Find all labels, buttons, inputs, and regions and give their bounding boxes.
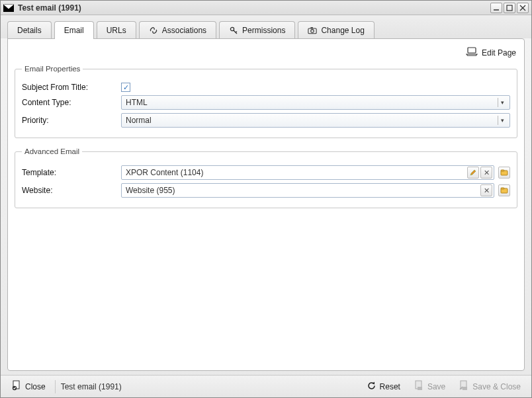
refresh-icon <box>367 381 377 393</box>
svg-point-9 <box>311 30 314 33</box>
chevron-down-icon: ▾ <box>498 98 507 107</box>
edit-page-label: Edit Page <box>482 48 516 58</box>
input-website[interactable]: Website (955) ✕ <box>121 183 494 198</box>
input-value: XPOR Content (1104) <box>126 168 466 177</box>
maximize-button[interactable] <box>504 3 515 13</box>
titlebar: Test email (1991) <box>1 1 531 15</box>
legend-email-properties: Email Properties <box>22 65 83 73</box>
row-subject-from-title: Subject From Title: <box>22 83 510 92</box>
select-value: Normal <box>126 116 152 125</box>
separator <box>55 380 56 393</box>
row-priority: Priority: Normal ▾ <box>22 113 510 128</box>
chain-icon <box>149 26 158 35</box>
svg-line-7 <box>236 32 237 33</box>
row-template: Template: XPOR Content (1104) ✕ <box>22 165 510 180</box>
edit-page-link[interactable]: Edit Page <box>466 47 516 58</box>
tab-details[interactable]: Details <box>7 21 52 39</box>
select-value: HTML <box>126 98 148 107</box>
label-website: Website: <box>22 186 121 195</box>
checkbox-subject-from-title[interactable] <box>121 83 130 92</box>
svg-rect-20 <box>418 387 422 390</box>
clear-icon[interactable]: ✕ <box>480 184 492 196</box>
close-window-button[interactable] <box>517 3 529 13</box>
tab-label: Email <box>64 26 84 35</box>
svg-rect-10 <box>311 27 314 28</box>
select-priority[interactable]: Normal ▾ <box>121 113 510 128</box>
tab-urls[interactable]: URLs <box>97 21 136 39</box>
reset-button[interactable]: Reset <box>363 379 404 395</box>
tab-email[interactable]: Email <box>54 21 94 39</box>
tab-associations[interactable]: Associations <box>139 21 216 39</box>
laptop-icon <box>466 47 478 58</box>
envelope-icon <box>3 4 14 12</box>
tab-label: Details <box>17 26 42 35</box>
svg-rect-22 <box>463 387 467 390</box>
footer-bar: Close Test email (1991) Reset Save Save … <box>1 375 531 397</box>
input-value: Website (955) <box>126 186 479 195</box>
legend-advanced-email: Advanced Email <box>22 147 82 155</box>
select-content-type[interactable]: HTML ▾ <box>121 95 510 110</box>
fieldset-advanced-email: Advanced Email Template: XPOR Content (1… <box>15 147 517 208</box>
tab-label: Permissions <box>242 26 285 35</box>
clear-icon[interactable]: ✕ <box>480 167 492 179</box>
save-page-icon <box>414 380 424 393</box>
close-page-icon <box>11 380 22 393</box>
row-content-type: Content Type: HTML ▾ <box>22 95 510 110</box>
tab-permissions[interactable]: Permissions <box>219 21 295 39</box>
svg-rect-2 <box>507 5 512 11</box>
svg-rect-13 <box>501 170 504 171</box>
tab-panel-email: Edit Page Email Properties Subject From … <box>7 38 525 371</box>
fieldset-email-properties: Email Properties Subject From Title: Con… <box>15 65 517 138</box>
reset-label: Reset <box>380 382 400 391</box>
save-label: Save <box>427 382 445 391</box>
key-icon <box>229 26 238 35</box>
window-title: Test email (1991) <box>18 3 490 13</box>
tab-label: Associations <box>162 26 206 35</box>
row-website: Website: Website (955) ✕ <box>22 183 510 198</box>
svg-rect-15 <box>501 188 504 189</box>
window-root: Test email (1991) Details Email URLs <box>0 0 532 398</box>
tab-label: URLs <box>107 26 126 35</box>
label-priority: Priority: <box>22 116 121 125</box>
save-button: Save <box>410 378 449 395</box>
tab-bar: Details Email URLs Associations Permissi… <box>1 15 531 38</box>
tab-change-log[interactable]: Change Log <box>298 21 374 39</box>
minimize-button[interactable] <box>490 3 502 13</box>
window-controls <box>490 3 529 13</box>
save-and-close-button: Save & Close <box>455 378 525 395</box>
close-label: Close <box>25 382 46 391</box>
save-close-label: Save & Close <box>472 382 521 391</box>
camera-icon <box>308 26 317 35</box>
label-template: Template: <box>22 168 121 177</box>
browse-icon[interactable] <box>498 184 510 196</box>
label-subject-from-title: Subject From Title: <box>22 83 121 92</box>
save-close-page-icon <box>459 380 469 393</box>
tab-label: Change Log <box>321 26 364 35</box>
input-template[interactable]: XPOR Content (1104) ✕ <box>121 165 494 180</box>
edit-pencil-icon[interactable] <box>467 167 479 179</box>
close-button[interactable]: Close <box>7 378 50 395</box>
breadcrumb: Test email (1991) <box>61 382 122 391</box>
edit-page-row: Edit Page <box>15 44 517 65</box>
svg-rect-11 <box>468 48 476 53</box>
chevron-down-icon: ▾ <box>498 116 507 125</box>
browse-icon[interactable] <box>498 167 510 179</box>
label-content-type: Content Type: <box>22 98 121 107</box>
